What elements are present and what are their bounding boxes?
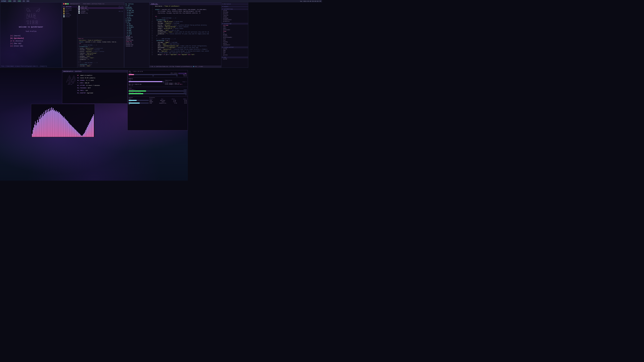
fm-close-btn[interactable] bbox=[63, 3, 64, 4]
tree-config[interactable]: │ ├ ▶ config bbox=[124, 25, 149, 26]
editor-filetree[interactable]: ▼ 🗂 .dotfiles ├ ▶ .git ├ ▶ patches ├ ▼ p… bbox=[124, 2, 150, 67]
rp-header-pkgs[interactable]: ▼ pkgs bbox=[221, 56, 248, 58]
rp-item-grubdevice[interactable]: grubDevice bbox=[221, 21, 248, 22]
tree-flakenix[interactable]: ├ flake.nix bbox=[124, 41, 149, 42]
rp-item-locale[interactable]: locale bbox=[221, 16, 248, 17]
viz-bar bbox=[57, 112, 58, 137]
rp-item-np-patches[interactable]: patches bbox=[221, 54, 248, 56]
fm-file-flakelock[interactable]: 📄 flake.lock 27.5 K bbox=[78, 5, 124, 7]
rp-item-fontpkg[interactable]: fontPkg bbox=[221, 41, 248, 43]
fm-sidebar-music[interactable]: 📁 Music bbox=[62, 11, 77, 12]
rp-item-hostname[interactable]: hostname bbox=[221, 11, 248, 13]
fm-sidebar-external[interactable]: 💾 External bbox=[62, 14, 77, 16]
fm-sidebar-downloads[interactable]: 📁 Downloads bbox=[62, 9, 77, 11]
browser-menu-close[interactable]: [x] [Close tab] bbox=[10, 45, 52, 47]
fm-minimize-btn[interactable] bbox=[65, 3, 66, 4]
tree-themes[interactable]: ├ ▶ themes bbox=[124, 20, 149, 21]
sysmon-memory-body: 100% 0s 0% RAM: 95 5.76GB/02.2GB GPU: 0%… bbox=[129, 80, 187, 86]
tree-system[interactable]: ├ ▶ system bbox=[124, 18, 149, 20]
fm-file-flakenix[interactable]: 📄 flake.nix 2.20 K bbox=[78, 7, 124, 9]
editor-code[interactable]: 1 description = "Flake of LibrePhoenix";… bbox=[150, 5, 221, 65]
tree-readmeorg[interactable]: ├ README.org bbox=[124, 36, 149, 38]
fm-filelist[interactable]: 📄 flake.lock 27.5 K 📄 flake.nix 2.20 K 📄… bbox=[77, 5, 124, 37]
tree-wm[interactable]: │ └ ▶ wm bbox=[124, 35, 149, 36]
rp-header-outputs[interactable]: ▼ outputs bbox=[221, 6, 248, 7]
viz-bar bbox=[69, 124, 70, 137]
rp-item-np-name[interactable]: name bbox=[221, 50, 248, 51]
tree-shell[interactable]: │ ├ ▶ shell bbox=[124, 31, 149, 33]
rp-item-bootmountpath[interactable]: bootMountPath bbox=[221, 19, 248, 21]
tree-git[interactable]: ├ ▶ .git bbox=[124, 5, 149, 6]
rp-item-np-system[interactable]: system bbox=[221, 48, 248, 50]
tree-work[interactable]: │ ├ ▶ work bbox=[124, 13, 149, 15]
fm-file-readmeorg[interactable]: 📄 README.org bbox=[78, 12, 124, 14]
browser-menu-quickmarks[interactable]: [b] [Quickmarks] bbox=[10, 37, 52, 40]
fm-sidebar-documents[interactable]: 📁 Documents bbox=[62, 7, 77, 9]
fm-sidebar[interactable]: 🗂 .dotfiles 📁 Documents 📁 Downloads 📁 Mu… bbox=[62, 5, 77, 67]
editor-line-1: 1 description = "Flake of LibrePhoenix"; bbox=[150, 5, 221, 7]
rp-item-email[interactable]: email bbox=[221, 28, 248, 29]
viz-bar bbox=[56, 110, 57, 137]
rp-item-name[interactable]: name bbox=[221, 26, 248, 28]
browser-menu-history[interactable]: [S h] [History] bbox=[10, 40, 52, 42]
rp-item-theme[interactable]: theme bbox=[221, 31, 248, 32]
tree-wsl[interactable]: │ └ ▶ wsl bbox=[124, 16, 149, 18]
tree-license[interactable]: ├ LICENSE bbox=[124, 38, 149, 39]
browser-menu-newtab[interactable]: [t] [New tab] bbox=[10, 42, 52, 45]
tree-desktoppng[interactable]: ├ desktop.png bbox=[124, 39, 149, 41]
rp-item-bootmode[interactable]: bootMode bbox=[221, 17, 248, 19]
rp-item-spawneditor[interactable]: spawnEditor bbox=[221, 44, 248, 46]
rp-header-systemsettings[interactable]: ▼ systemSettings bbox=[221, 8, 248, 10]
tree-style[interactable]: │ ├ ▶ style bbox=[124, 33, 149, 35]
tree-hardware[interactable]: │ ├ ▶ hardware bbox=[124, 26, 149, 28]
fm-file-license[interactable]: 📄 LICENSE 34.2 K bbox=[78, 10, 124, 12]
tree-lang[interactable]: │ ├ ▶ lang bbox=[124, 28, 149, 30]
viz-bar bbox=[36, 123, 37, 137]
tree-worklab[interactable]: │ ├ ▶ worklab bbox=[124, 15, 149, 16]
rp-item-term[interactable]: term bbox=[221, 38, 248, 40]
viz-bar bbox=[49, 111, 50, 137]
viz-bar bbox=[80, 135, 81, 137]
rp-item-defaultroamdir[interactable]: defaultRoamDir bbox=[221, 37, 248, 38]
rp-item-pkgs-system[interactable]: system bbox=[221, 58, 248, 60]
rp-item-system[interactable]: system bbox=[221, 10, 248, 11]
fm-sidebar-dotfiles[interactable]: 🗂 .dotfiles bbox=[62, 6, 77, 7]
editor-tabs[interactable]: flake.nix bbox=[150, 2, 221, 5]
rp-item-timezone[interactable]: timezone bbox=[221, 14, 248, 16]
fm-maximize-btn[interactable] bbox=[67, 3, 68, 4]
rp-item-username[interactable]: username bbox=[221, 25, 248, 26]
fm-sidebar-themes[interactable]: 📁 Themes bbox=[62, 12, 77, 14]
rp-item-np-pkgs[interactable]: pkgs bbox=[221, 51, 248, 53]
rp-header-usersettings[interactable]: ▼ userSettings bbox=[221, 23, 248, 25]
tree-profiles[interactable]: ├ ▼ profiles bbox=[124, 8, 149, 10]
tree-homelab[interactable]: │ ├ ▶ home lab bbox=[124, 10, 149, 11]
rp-item-np-src[interactable]: src bbox=[221, 53, 248, 54]
fm-sidebar-drives[interactable]: 💽 Drives bbox=[62, 16, 77, 17]
tree-patches[interactable]: ├ ▶ patches bbox=[124, 6, 149, 8]
rp-item-font[interactable]: font bbox=[221, 40, 248, 41]
rp-item-wmtype[interactable]: wmType bbox=[221, 34, 248, 35]
code-line: 17 grubDevice = ""; bbox=[78, 59, 123, 60]
neofetch-ascii: // // //// //// /::/// ///:// /:::// ///… bbox=[64, 74, 76, 94]
editor-tab-flakenix[interactable]: flake.nix bbox=[150, 3, 158, 5]
browser-menu-search[interactable]: [o] [Search] bbox=[10, 35, 52, 37]
sysmon-cpu-title: CPU — 1.53 1.14 0.78 bbox=[129, 71, 187, 72]
editor-right-panel[interactable]: ▼ description ▼ outputs ▼ systemSettings… bbox=[221, 2, 248, 67]
rp-header-nixpkgs[interactable]: ▼ nixpkgs-patched bbox=[221, 46, 248, 48]
rp-item-editor[interactable]: editor bbox=[221, 43, 248, 44]
fm-file-installorg[interactable]: 📄 install.org bbox=[78, 9, 124, 10]
editor-line-14: 14 locale = "en_US.UTF-8"; # select loca… bbox=[150, 28, 221, 29]
rp-item-browser[interactable]: browser bbox=[221, 35, 248, 37]
tree-installsh[interactable]: └ install.sh bbox=[124, 45, 149, 47]
tree-installorg[interactable]: ├ install.org bbox=[124, 44, 149, 45]
rp-item-dotfilesdir[interactable]: dotfilesDir bbox=[221, 29, 248, 31]
rp-item-wm[interactable]: wm bbox=[221, 32, 248, 34]
tree-app[interactable]: │ ├ ▶ app bbox=[124, 23, 149, 25]
tree-hardensh[interactable]: ├ harden.sh bbox=[124, 42, 149, 44]
tree-user[interactable]: ├ ▼ user bbox=[124, 21, 149, 23]
rp-header-description[interactable]: ▼ description bbox=[221, 3, 248, 5]
code-line: 15 bootMode = "uefi"; bbox=[78, 56, 123, 57]
tree-personal[interactable]: │ ├ ▶ personal bbox=[124, 11, 149, 13]
rp-item-profile[interactable]: profile bbox=[221, 13, 248, 14]
tree-pkgs[interactable]: │ ├ ▶ pkgs bbox=[124, 30, 149, 31]
